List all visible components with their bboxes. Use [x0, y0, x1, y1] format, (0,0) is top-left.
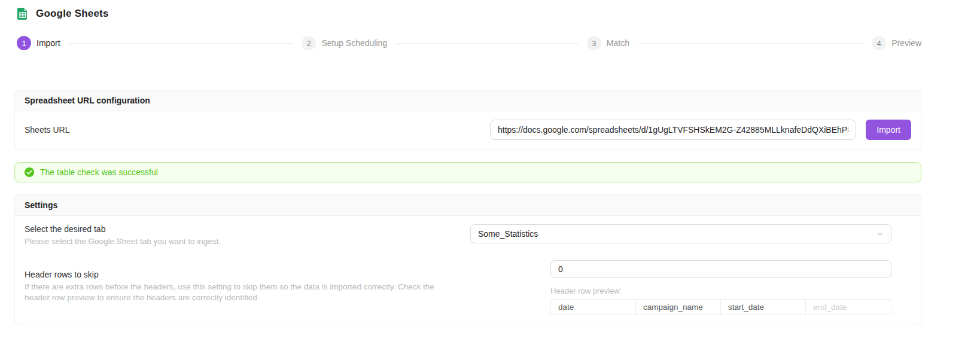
- url-configuration-card: Spreadsheet URL configuration Sheets URL…: [14, 90, 921, 150]
- page-title: Google Sheets: [36, 8, 109, 20]
- preview-column-date: date: [551, 300, 636, 315]
- google-sheets-icon: [17, 7, 29, 20]
- step-preview-label: Preview: [891, 38, 921, 48]
- header-row-preview-table: date campaign_name start_date end_date: [550, 299, 891, 315]
- tab-select-label: Select the desired tab: [25, 224, 452, 234]
- tab-select[interactable]: Some_Statistics: [470, 224, 891, 243]
- url-card-title: Spreadsheet URL configuration: [15, 90, 921, 111]
- step-connector: [638, 43, 863, 44]
- alert-message: The table check was successful: [40, 167, 158, 177]
- url-controls: Import: [490, 120, 911, 140]
- header-rows-input[interactable]: [550, 260, 891, 278]
- step-connector: [395, 43, 579, 44]
- header-rows-row: Header rows to skip If there are extra r…: [25, 260, 911, 315]
- tab-select-value: Some_Statistics: [478, 229, 538, 239]
- import-button[interactable]: Import: [866, 120, 911, 140]
- step-preview-number: 4: [872, 36, 886, 50]
- step-setup-scheduling-number: 2: [302, 36, 316, 50]
- step-import-number: 1: [17, 36, 31, 50]
- step-connector: [69, 43, 294, 44]
- step-match[interactable]: 3 Match: [587, 36, 872, 50]
- stepper: 1 Import 2 Setup Scheduling 3 Match 4 Pr…: [14, 36, 921, 50]
- sheets-url-input[interactable]: [490, 120, 856, 140]
- step-import[interactable]: 1 Import: [17, 36, 302, 50]
- preview-column-campaign-name: campaign_name: [636, 300, 721, 315]
- tab-select-help: Please select the Google Sheet tab you w…: [25, 236, 452, 247]
- chevron-down-icon: [876, 230, 884, 237]
- step-match-number: 3: [587, 36, 601, 50]
- app-header: Google Sheets: [14, 7, 921, 20]
- step-setup-scheduling-label: Setup Scheduling: [321, 38, 387, 48]
- step-preview[interactable]: 4 Preview: [872, 36, 921, 50]
- header-rows-label: Header rows to skip: [25, 270, 452, 279]
- preview-column-start-date: start_date: [721, 300, 806, 315]
- sheets-url-label: Sheets URL: [25, 125, 490, 135]
- settings-card: Settings Select the desired tab Please s…: [14, 194, 921, 325]
- preview-column-end-date: end_date: [806, 300, 891, 315]
- tab-select-row: Select the desired tab Please select the…: [25, 224, 911, 247]
- success-alert: The table check was successful: [14, 162, 921, 182]
- step-match-label: Match: [607, 38, 629, 48]
- import-wizard-page: Google Sheets 1 Import 2 Setup Schedulin…: [0, 0, 980, 325]
- success-check-icon: [25, 167, 34, 177]
- header-row-preview-label: Header row preview:: [550, 286, 891, 295]
- header-rows-help: If there are extra rows before the heade…: [25, 282, 452, 303]
- settings-card-title: Settings: [15, 195, 921, 216]
- step-import-label: Import: [36, 38, 60, 48]
- step-setup-scheduling[interactable]: 2 Setup Scheduling: [302, 36, 586, 50]
